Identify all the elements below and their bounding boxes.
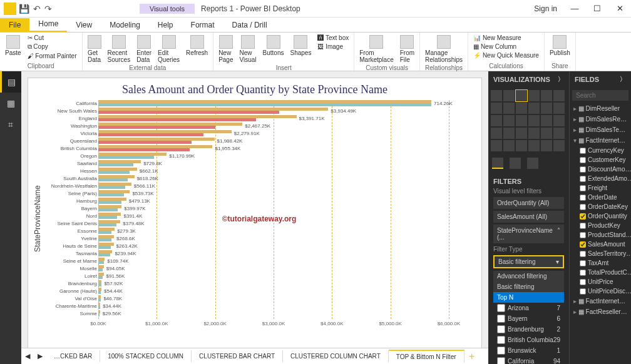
viz-type-icon[interactable] bbox=[503, 90, 515, 101]
tab-data-drill[interactable]: Data / Drill bbox=[223, 18, 276, 32]
edit-queries-button[interactable]: Edit Queries bbox=[156, 34, 181, 64]
format-painter-button[interactable]: 🖌 Format Painter bbox=[26, 52, 78, 60]
field-item[interactable]: ProductStand… bbox=[570, 230, 631, 240]
tab-next[interactable]: ▶ bbox=[34, 352, 46, 360]
tab-prev[interactable]: ◀ bbox=[21, 352, 34, 360]
minimize-button[interactable]: — bbox=[563, 0, 586, 18]
fields-header[interactable]: FIELDS〉 bbox=[570, 71, 631, 88]
table-item[interactable]: ▦ FactInternetSalesRe… bbox=[570, 296, 631, 306]
viz-type-icon[interactable] bbox=[516, 103, 527, 114]
field-checkbox[interactable] bbox=[580, 157, 586, 163]
viz-type-icon[interactable] bbox=[503, 115, 515, 126]
bar-row[interactable]: Seine et Marne$109.74K bbox=[98, 258, 470, 265]
field-checkbox[interactable] bbox=[580, 195, 586, 201]
viz-type-icon[interactable] bbox=[516, 90, 527, 101]
viz-type-icon[interactable] bbox=[528, 128, 540, 139]
recent-sources-button[interactable]: Recent Sources bbox=[106, 34, 132, 64]
maximize-button[interactable]: ☐ bbox=[586, 0, 608, 18]
field-checkbox[interactable] bbox=[580, 223, 586, 229]
bar-row[interactable]: South Australia$618.26K bbox=[98, 175, 470, 182]
page-tab[interactable]: …CKED BAR bbox=[46, 350, 100, 362]
add-page-button[interactable]: + bbox=[464, 351, 480, 362]
cut-button[interactable]: ✂ Cut bbox=[26, 34, 78, 42]
bar-row[interactable]: Nordrhein-Westfalen$566.11K bbox=[98, 183, 470, 190]
bar-row[interactable]: Moselle$94.05K bbox=[98, 265, 470, 272]
viz-type-icon[interactable] bbox=[528, 115, 540, 126]
bar-row[interactable]: Washington$2,467.25K bbox=[98, 123, 470, 129]
filter-value-checkbox[interactable] bbox=[497, 304, 505, 312]
field-checkbox[interactable] bbox=[580, 204, 586, 210]
viz-type-icon[interactable] bbox=[491, 140, 502, 151]
bar-row[interactable]: Loiret$91.56K bbox=[98, 273, 470, 280]
page-tab[interactable]: CLUSTERED COLUMN CHART bbox=[283, 350, 389, 362]
report-canvas[interactable]: Sales Amount and Order Quantity by State… bbox=[21, 71, 488, 364]
field-item[interactable]: ExtendedAmo… bbox=[570, 174, 631, 183]
field-item[interactable]: OrderDate bbox=[570, 193, 631, 202]
bar-row[interactable]: Hauts de Seine$263.42K bbox=[98, 243, 470, 250]
close-button[interactable]: ✕ bbox=[608, 0, 631, 18]
viz-type-icon[interactable] bbox=[541, 103, 552, 114]
get-data-button[interactable]: Get Data bbox=[86, 34, 103, 64]
tab-help[interactable]: Help bbox=[149, 18, 182, 32]
format-well-icon[interactable] bbox=[510, 158, 521, 169]
viz-type-icon[interactable] bbox=[553, 115, 565, 126]
viz-type-icon[interactable] bbox=[516, 128, 527, 139]
from-file-button[interactable]: From File bbox=[399, 34, 416, 64]
filter-value-row[interactable]: British Columbia29 bbox=[493, 335, 564, 345]
save-icon[interactable]: 💾 bbox=[19, 4, 29, 14]
field-item[interactable]: TotalProductC… bbox=[570, 268, 631, 277]
field-item[interactable]: ProductKey bbox=[570, 221, 631, 230]
viz-type-icon[interactable] bbox=[528, 103, 540, 114]
paste-button[interactable]: Paste bbox=[4, 34, 23, 58]
filter-value-checkbox[interactable] bbox=[497, 346, 505, 355]
table-item[interactable]: ▦ DimReseller bbox=[570, 103, 631, 114]
viz-type-icon[interactable] bbox=[491, 103, 502, 114]
undo-icon[interactable]: ↶ bbox=[33, 4, 41, 14]
field-item[interactable]: DiscountAmo… bbox=[570, 164, 631, 174]
field-checkbox[interactable] bbox=[580, 166, 586, 173]
new-measure-button[interactable]: 📊 New Measure bbox=[472, 34, 540, 42]
filter-value-checkbox[interactable] bbox=[497, 315, 505, 323]
bar-row[interactable]: California714.26K bbox=[98, 100, 470, 107]
field-item[interactable]: Freight bbox=[570, 183, 631, 193]
publish-button[interactable]: Publish bbox=[548, 34, 572, 58]
bar-row[interactable]: Yveline$268.6K bbox=[98, 235, 470, 242]
field-item[interactable]: SalesAmount bbox=[570, 240, 631, 249]
manage-relationships-button[interactable]: Manage Relationships bbox=[424, 34, 464, 64]
fields-well-icon[interactable] bbox=[492, 158, 503, 169]
sign-in-link[interactable]: Sign in bbox=[534, 4, 557, 13]
page-tab[interactable]: CLUSTERED BAR CHART bbox=[192, 350, 283, 362]
bar-row[interactable]: New South Wales$3,934.49K bbox=[98, 108, 470, 114]
bar-row[interactable]: Bayern$399.97K bbox=[98, 205, 470, 212]
filter-type-dropdown[interactable]: Basic filtering▾ bbox=[493, 255, 564, 268]
from-marketplace-button[interactable]: From Marketplace bbox=[358, 34, 394, 64]
filter-orderquantity[interactable]: OrderQuantity (All) bbox=[493, 197, 564, 209]
bar-row[interactable]: Brandenburg$57.92K bbox=[98, 280, 470, 287]
visualizations-header[interactable]: VISUALIZATIONS〉 bbox=[488, 71, 569, 88]
viz-type-icon[interactable] bbox=[553, 90, 565, 101]
bar-row[interactable]: Tasmania$239.94K bbox=[98, 250, 470, 257]
viz-type-icon[interactable] bbox=[491, 115, 502, 126]
field-checkbox[interactable] bbox=[580, 148, 586, 154]
viz-type-icon[interactable] bbox=[528, 90, 540, 101]
table-item[interactable]: ▦ FactResellerSales bbox=[570, 306, 631, 317]
model-view-icon[interactable]: ⌗ bbox=[0, 114, 21, 135]
field-checkbox[interactable] bbox=[580, 260, 586, 266]
tab-modeling[interactable]: Modeling bbox=[101, 18, 149, 32]
viz-type-icon[interactable] bbox=[541, 140, 552, 151]
filter-value-row[interactable]: California94 bbox=[493, 356, 564, 364]
table-item[interactable]: ▦ DimSalesReason bbox=[570, 114, 631, 124]
bar-row[interactable]: Nord$391.4K bbox=[98, 213, 470, 220]
field-checkbox[interactable] bbox=[580, 232, 586, 238]
field-item[interactable]: SalesTerritory… bbox=[570, 249, 631, 258]
viz-type-icon[interactable] bbox=[503, 128, 515, 139]
table-item-expanded[interactable]: ▦ FactInternetSales bbox=[570, 135, 631, 146]
new-quick-measure-button[interactable]: ⚡ New Quick Measure bbox=[472, 51, 540, 59]
refresh-button[interactable]: Refresh bbox=[185, 34, 209, 58]
viz-type-icon[interactable] bbox=[503, 140, 515, 151]
text-box-button[interactable]: 🅰 Text box bbox=[316, 34, 350, 42]
viz-type-icon[interactable] bbox=[516, 115, 527, 126]
tab-file[interactable]: File bbox=[0, 18, 29, 32]
filter-value-checkbox[interactable] bbox=[497, 357, 505, 364]
tab-format[interactable]: Format bbox=[182, 18, 223, 32]
